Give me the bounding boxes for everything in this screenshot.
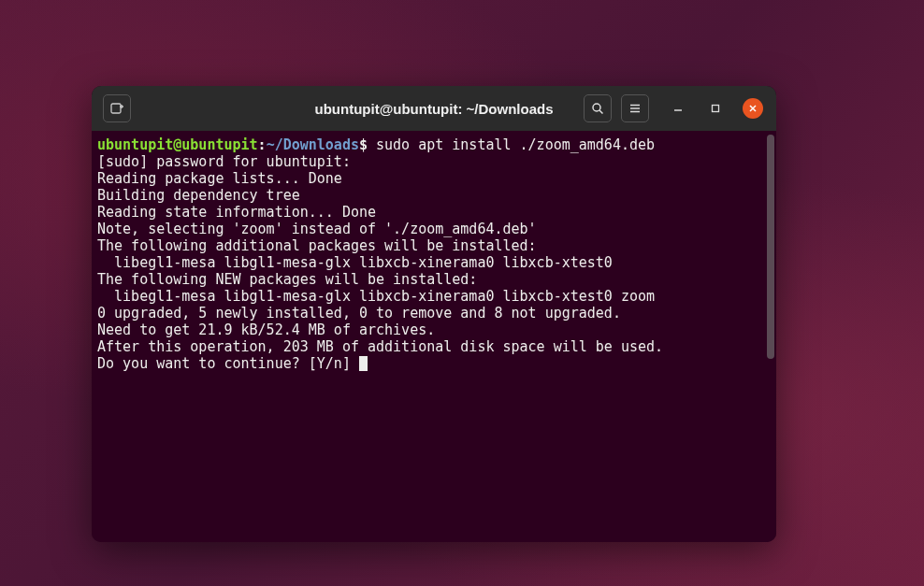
output-line: The following NEW packages will be insta… xyxy=(97,271,477,288)
prompt-separator: : xyxy=(258,136,267,153)
output-line: After this operation, 203 MB of addition… xyxy=(97,338,663,355)
hamburger-icon xyxy=(628,102,642,115)
output-line: The following additional packages will b… xyxy=(97,237,537,254)
minimize-button[interactable] xyxy=(668,98,688,119)
command-text: sudo apt install ./zoom_amd64.deb xyxy=(368,136,655,153)
terminal-body[interactable]: ubuntupit@ubuntupit:~/Downloads$ sudo ap… xyxy=(92,131,776,542)
maximize-icon xyxy=(711,104,720,113)
terminal-window: ubuntupit@ubuntupit: ~/Downloads xyxy=(92,86,776,542)
terminal-scrollbar[interactable] xyxy=(767,135,774,359)
menu-button[interactable] xyxy=(621,94,649,122)
output-line: [sudo] password for ubuntupit: xyxy=(97,153,351,170)
window-controls xyxy=(668,98,763,119)
prompt-symbol: $ xyxy=(359,136,368,153)
svg-rect-9 xyxy=(713,106,719,112)
output-line: Do you want to continue? [Y/n] xyxy=(97,355,359,372)
prompt-user-host: ubuntupit@ubuntupit xyxy=(97,136,258,153)
search-button[interactable] xyxy=(584,94,612,122)
svg-point-3 xyxy=(593,104,600,111)
titlebar-left xyxy=(99,94,131,122)
window-titlebar: ubuntupit@ubuntupit: ~/Downloads xyxy=(92,86,776,131)
output-line: Building dependency tree xyxy=(97,187,300,204)
new-tab-icon xyxy=(109,101,124,116)
prompt-path: ~/Downloads xyxy=(267,136,359,153)
titlebar-right xyxy=(584,94,769,122)
output-line: libegl1-mesa libgl1-mesa-glx libxcb-xine… xyxy=(97,254,613,271)
output-line: Need to get 21.9 kB/52.4 MB of archives. xyxy=(97,322,435,338)
svg-line-4 xyxy=(599,110,603,114)
svg-rect-0 xyxy=(111,104,121,113)
output-line: Reading package lists... Done xyxy=(97,170,342,187)
maximize-button[interactable] xyxy=(705,98,726,119)
output-line: 0 upgraded, 5 newly installed, 0 to remo… xyxy=(97,305,621,322)
output-line: libegl1-mesa libgl1-mesa-glx libxcb-xine… xyxy=(97,288,655,305)
close-button[interactable] xyxy=(743,98,763,119)
output-line: Reading state information... Done xyxy=(97,204,376,221)
terminal-cursor xyxy=(359,356,368,371)
minimize-icon xyxy=(673,104,683,113)
close-icon xyxy=(748,104,758,113)
new-tab-button[interactable] xyxy=(103,94,131,122)
output-line: Note, selecting 'zoom' instead of './zoo… xyxy=(97,221,537,237)
search-icon xyxy=(591,102,604,115)
